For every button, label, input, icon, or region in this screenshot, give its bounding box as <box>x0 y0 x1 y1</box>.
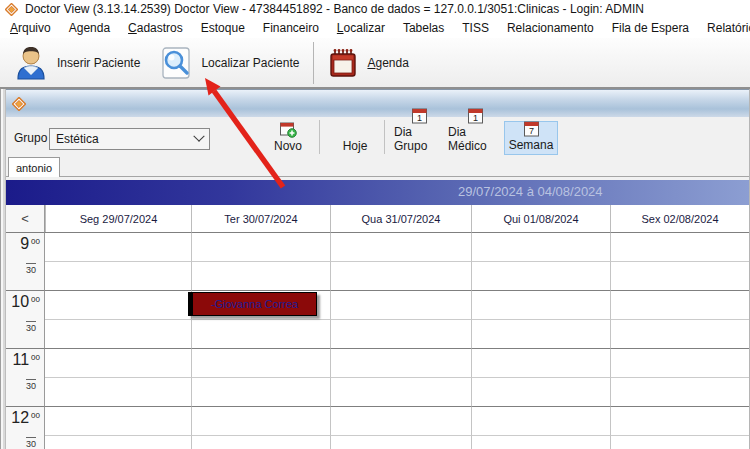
day-header-4: Sex 02/08/2024 <box>610 205 749 232</box>
prev-week-button[interactable]: < <box>6 205 45 232</box>
menu-item-agenda[interactable]: Agenda <box>60 19 119 37</box>
time-label-cell: 30 <box>6 435 45 449</box>
grid-cell[interactable] <box>471 406 610 435</box>
grid-cell[interactable] <box>610 406 749 435</box>
insert-patient-button[interactable]: Inserir Paciente <box>4 41 150 85</box>
grid-cell[interactable] <box>45 377 191 406</box>
grid-cell[interactable] <box>610 319 749 348</box>
grid-cell[interactable] <box>471 348 610 377</box>
calendar-grid[interactable]: 90030100030110030120030-Giovanna Correa <box>6 232 749 449</box>
day-doctor-calendar-icon: 1 <box>468 108 483 124</box>
svg-text:1: 1 <box>472 113 477 123</box>
grid-cell[interactable] <box>45 290 191 319</box>
semana-button[interactable]: 7 Semana <box>504 121 558 155</box>
week-range-banner: 29/07/2024 à 04/08/2024 <box>6 180 749 205</box>
search-icon <box>160 46 192 80</box>
locate-patient-button[interactable]: Localizar Paciente <box>150 41 309 85</box>
time-row-11-00: 1100 <box>6 348 749 377</box>
group-select[interactable]: Estética <box>49 128 210 150</box>
scheduler-separator-2 <box>384 120 385 154</box>
scheduler-tab-row: antonio <box>6 157 749 177</box>
grid-cell[interactable] <box>330 319 471 348</box>
toolbar-separator <box>313 42 314 84</box>
hoje-button[interactable]: Hoje <box>334 121 376 155</box>
calendar-icon <box>328 47 358 79</box>
group-select-value: Estética <box>56 132 99 146</box>
menu-item-tiss[interactable]: TISS <box>453 19 498 37</box>
time-label-cell: 30 <box>6 377 45 406</box>
grid-cell[interactable] <box>191 319 330 348</box>
grid-cell[interactable] <box>191 261 330 290</box>
menu-item-fila-de-espera[interactable]: Fila de Espera <box>603 19 698 37</box>
novo-button[interactable]: Novo <box>264 121 312 155</box>
grid-cell[interactable] <box>330 261 471 290</box>
dia-medico-label: Dia Médico <box>448 125 502 153</box>
group-label: Grupo <box>14 131 47 145</box>
grid-cell[interactable] <box>610 290 749 319</box>
grid-cell[interactable] <box>330 435 471 449</box>
agenda-button[interactable]: Agenda <box>318 41 418 85</box>
grid-cell[interactable] <box>330 377 471 406</box>
window-titlebar: Doctor View (3.13.14.2539) Doctor View -… <box>0 0 750 18</box>
insert-patient-label: Inserir Paciente <box>57 56 140 70</box>
menu-item-localizar[interactable]: Localizar <box>328 19 394 37</box>
grid-cell[interactable] <box>330 406 471 435</box>
grid-cell[interactable] <box>45 232 191 261</box>
dia-grupo-button[interactable]: 1 Dia Grupo <box>390 121 448 155</box>
scheduler-toolbar: Grupo Estética Novo <box>6 117 749 157</box>
grid-cell[interactable] <box>45 319 191 348</box>
menu-item-relacionamento[interactable]: Relacionamento <box>498 19 603 37</box>
grid-cell[interactable] <box>471 377 610 406</box>
svg-text:7: 7 <box>528 126 533 136</box>
time-label-cell: 1100 <box>6 348 45 377</box>
grid-cell[interactable] <box>45 261 191 290</box>
grid-cell[interactable] <box>610 377 749 406</box>
novo-label: Novo <box>274 139 302 153</box>
grid-cell[interactable] <box>471 290 610 319</box>
menu-item-financeiro[interactable]: Financeiro <box>254 19 328 37</box>
grid-cell[interactable] <box>45 406 191 435</box>
menu-item-cadastros[interactable]: Cadastros <box>119 19 192 37</box>
grid-cell[interactable] <box>471 435 610 449</box>
grid-cell[interactable] <box>471 232 610 261</box>
grid-cell[interactable] <box>471 261 610 290</box>
grid-cell[interactable] <box>45 348 191 377</box>
grid-cell[interactable] <box>610 435 749 449</box>
grid-cell[interactable] <box>610 261 749 290</box>
app-diamond-icon <box>5 3 18 16</box>
grid-cell[interactable] <box>191 406 330 435</box>
grid-cell[interactable] <box>330 290 471 319</box>
grid-cell[interactable] <box>191 348 330 377</box>
dia-grupo-label: Dia Grupo <box>394 125 444 153</box>
menu-item-tabelas[interactable]: Tabelas <box>394 19 453 37</box>
grid-cell[interactable] <box>191 232 330 261</box>
dia-medico-button[interactable]: 1 Dia Médico <box>444 121 506 155</box>
week-calendar-icon: 7 <box>524 121 539 137</box>
menu-item-relatórios[interactable]: Relatórios <box>698 19 750 37</box>
grid-cell[interactable] <box>330 348 471 377</box>
agenda-label: Agenda <box>367 56 408 70</box>
scheduler-titlebar <box>6 89 749 117</box>
time-row-30: 30 <box>6 435 749 449</box>
grid-cell[interactable] <box>610 348 749 377</box>
appointment-giovanna-correa[interactable]: -Giovanna Correa <box>188 292 317 316</box>
grid-cell[interactable] <box>191 377 330 406</box>
grid-cell[interactable] <box>191 435 330 449</box>
time-row-30: 30 <box>6 261 749 290</box>
menu-item-estoque[interactable]: Estoque <box>192 19 254 37</box>
grid-cell[interactable] <box>330 232 471 261</box>
grid-cell[interactable] <box>610 232 749 261</box>
tab-antonio[interactable]: antonio <box>8 157 60 177</box>
semana-label: Semana <box>509 138 554 152</box>
time-row-12-00: 1200 <box>6 406 749 435</box>
grid-cell[interactable] <box>45 435 191 449</box>
new-appointment-icon <box>280 122 297 138</box>
scheduler-window: Grupo Estética Novo <box>0 89 750 449</box>
grid-cell[interactable] <box>471 319 610 348</box>
agenda-label-rest: genda <box>375 56 408 70</box>
menu-item-arquivo[interactable]: Arquivo <box>1 19 60 37</box>
week-range-label: 29/07/2024 à 04/08/2024 <box>458 184 603 199</box>
time-label-cell: 900 <box>6 232 45 261</box>
person-icon <box>14 45 48 81</box>
time-label-cell: 30 <box>6 261 45 290</box>
